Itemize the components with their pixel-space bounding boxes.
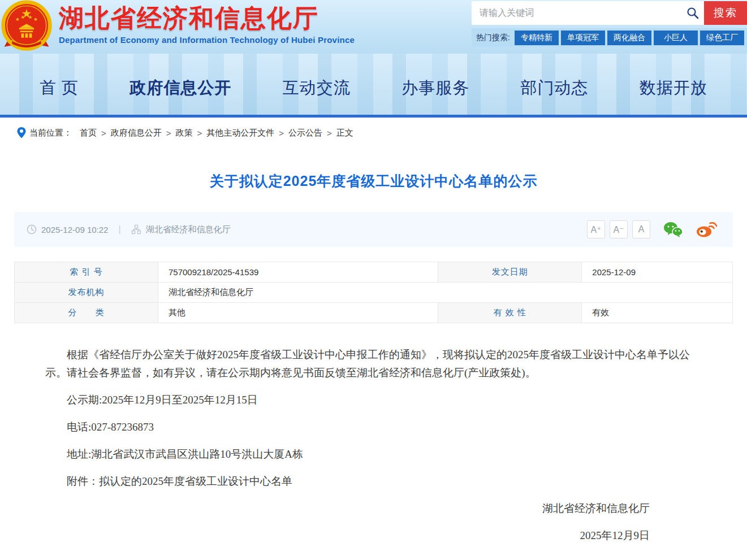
attachment-link[interactable]: 拟认定的2025年度省级工业设计中心名单 (99, 475, 292, 487)
paragraph-publicity-period: 公示期:2025年12月9日至2025年12月15日 (45, 391, 702, 409)
font-larger-button[interactable]: A⁺ (587, 220, 605, 238)
meta-divider: | (118, 224, 120, 235)
nav-item-services[interactable]: 办事服务 (401, 77, 469, 99)
breadcrumb: 当前位置： 首页 > 政府信息公开 > 政策 > 其他主动公开文件 > 公示公告… (0, 118, 747, 148)
location-pin-icon (17, 127, 26, 138)
site-brand: 湖北省经济和信息化厅 Department of Economy and Inf… (59, 0, 355, 45)
nav-item-home[interactable]: 首 页 (40, 77, 79, 99)
breadcrumb-separator: > (101, 128, 106, 138)
site-title: 湖北省经济和信息化厅 (59, 3, 355, 33)
paragraph-intro: 根据《省经信厅办公室关于做好2025年度省级工业设计中心申报工作的通知》，现将拟… (45, 346, 702, 382)
hot-search-label: 热门搜索: (476, 33, 510, 43)
table-row: 发布机构 湖北省经济和信息化厅 (15, 283, 733, 303)
font-reset-button[interactable]: A (632, 220, 650, 238)
index-number-value: 757009218/2025-41539 (158, 262, 438, 283)
nav-item-gov-info[interactable]: 政府信息公开 (129, 77, 231, 99)
validity-label: 有 效 性 (438, 303, 582, 323)
paragraph-phone: 电话:027-87236873 (45, 418, 702, 436)
font-smaller-button[interactable]: A⁻ (610, 220, 628, 238)
national-emblem-logo (0, 0, 53, 53)
issuing-agency-label: 发布机构 (15, 283, 158, 303)
signature-org: 湖北省经济和信息化厅 (45, 500, 650, 518)
search-icon[interactable] (686, 6, 699, 20)
hot-tag-lianghuaronghe[interactable]: 两化融合 (607, 31, 653, 45)
hot-tag-danxiangguanjun[interactable]: 单项冠军 (561, 31, 606, 45)
validity-value: 有效 (582, 303, 733, 323)
attachment-label: 附件： (67, 475, 99, 487)
article-meta-right: A⁺ A⁻ A (582, 220, 717, 238)
signature-block: 湖北省经济和信息化厅 2025年12月9日 (45, 500, 702, 545)
breadcrumb-prefix: 当前位置： (29, 128, 72, 138)
search-button[interactable]: 搜索 (704, 1, 747, 25)
breadcrumb-separator: > (279, 128, 284, 138)
hot-tag-zhuanjingtexin[interactable]: 专精特新 (515, 31, 560, 45)
publish-datetime: 2025-12-09 10:22 (41, 225, 108, 235)
nav-item-department-news[interactable]: 部门动态 (521, 77, 589, 99)
issue-date-value: 2025-12-09 (582, 262, 733, 283)
publish-source: 湖北省经济和信息化厅 (146, 224, 231, 235)
article-container: 关于拟认定2025年度省级工业设计中心名单的公示 2025-12-09 10:2… (0, 172, 747, 545)
site-title-english: Department of Economy and Information Te… (59, 35, 355, 45)
search-area: 搜索 热门搜索: 专精特新 单项冠军 两化融合 小巨人 绿色工厂 (472, 0, 747, 47)
hot-tag-lvsegongchang[interactable]: 绿色工厂 (700, 31, 745, 45)
hot-search-bar: 热门搜索: 专精特新 单项冠军 两化融合 小巨人 绿色工厂 (472, 28, 747, 47)
breadcrumb-current: 正文 (336, 128, 353, 138)
weibo-share-icon[interactable] (696, 221, 717, 238)
category-label: 分 类 (15, 303, 158, 323)
breadcrumb-other-open-docs[interactable]: 其他主动公开文件 (206, 128, 274, 138)
nav-item-open-data[interactable]: 数据开放 (640, 77, 707, 99)
breadcrumb-separator: > (166, 128, 171, 138)
issue-date-label: 发文日期 (438, 262, 582, 283)
nav-item-interaction[interactable]: 互动交流 (283, 77, 351, 99)
site-banner: 湖北省经济和信息化厅 Department of Economy and Inf… (0, 0, 747, 54)
category-value: 其他 (158, 303, 438, 323)
main-nav: 首 页 政府信息公开 互动交流 办事服务 部门动态 数据开放 (0, 54, 747, 115)
signature-date: 2025年12月9日 (45, 527, 650, 545)
source-org-icon (131, 224, 141, 235)
hot-tag-xiaojuren[interactable]: 小巨人 (654, 31, 699, 45)
table-row: 索 引 号 757009218/2025-41539 发文日期 2025-12-… (15, 262, 733, 283)
index-number-label: 索 引 号 (15, 262, 158, 283)
article-title: 关于拟认定2025年度省级工业设计中心名单的公示 (14, 172, 733, 190)
page: 湖北省经济和信息化厅 Department of Economy and Inf… (0, 0, 747, 554)
table-row: 分 类 其他 有 效 性 有效 (15, 303, 733, 323)
breadcrumb-policy[interactable]: 政策 (176, 128, 193, 138)
clock-icon (27, 224, 37, 235)
article-meta-bar: 2025-12-09 10:22 | 湖北省经济和信息化厅 A⁺ A⁻ A (14, 212, 733, 247)
search-input[interactable] (472, 1, 704, 25)
article-meta-left: 2025-12-09 10:22 | 湖北省经济和信息化厅 (27, 224, 231, 235)
search-box (472, 1, 704, 25)
paragraph-attachment: 附件：拟认定的2025年度省级工业设计中心名单 (45, 472, 702, 490)
article-body: 根据《省经信厅办公室关于做好2025年度省级工业设计中心申报工作的通知》，现将拟… (14, 323, 733, 545)
document-info-table: 索 引 号 757009218/2025-41539 发文日期 2025-12-… (14, 262, 733, 323)
breadcrumb-home[interactable]: 首页 (80, 128, 97, 138)
breadcrumb-gov-info[interactable]: 政府信息公开 (111, 128, 162, 138)
breadcrumb-separator: > (327, 128, 332, 138)
issuing-agency-value: 湖北省经济和信息化厅 (158, 283, 733, 303)
paragraph-address: 地址:湖北省武汉市武昌区洪山路10号洪山大厦A栋 (45, 445, 702, 463)
breadcrumb-announcements[interactable]: 公示公告 (288, 128, 322, 138)
wechat-share-icon[interactable] (663, 221, 683, 238)
breadcrumb-separator: > (197, 128, 202, 138)
